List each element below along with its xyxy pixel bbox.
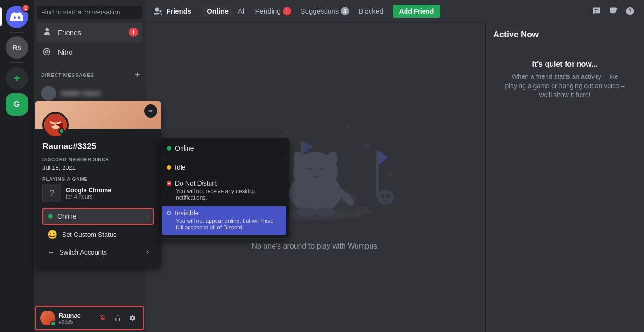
username: Raunac bbox=[59, 312, 92, 319]
svg-point-1 bbox=[46, 51, 48, 53]
active-now-quiet: It's quiet for now... When a friend star… bbox=[493, 51, 637, 109]
game-sub: for 4 hours bbox=[66, 194, 112, 200]
profile-banner: ✏ bbox=[35, 101, 161, 129]
svg-point-21 bbox=[364, 143, 370, 149]
playing-game-row: ? Google Chrome for 4 hours bbox=[42, 184, 154, 202]
svg-rect-30 bbox=[168, 183, 170, 184]
dm-sidebar: Friends 1 Nitro DIRECT MESSAGES + Hidden… bbox=[34, 0, 146, 332]
svg-point-19 bbox=[315, 208, 335, 217]
user-tag: #3325 bbox=[59, 319, 92, 325]
no-friends-text: No one's around to play with Wumpus. bbox=[252, 242, 379, 250]
invisible-status-dot bbox=[167, 211, 171, 215]
topbar: Friends Online All Pending 1 Suggestions… bbox=[146, 0, 644, 22]
tab-online[interactable]: Online bbox=[203, 5, 232, 17]
playing-label: PLAYING A GAME bbox=[42, 177, 154, 182]
topbar-icons bbox=[590, 5, 637, 18]
svg-point-22 bbox=[286, 130, 289, 134]
tab-blocked[interactable]: Blocked bbox=[355, 5, 387, 17]
friends-topbar-label: Friends bbox=[166, 7, 191, 15]
invisible-option-name: Invisible bbox=[175, 209, 199, 217]
idle-status-dot bbox=[167, 165, 171, 170]
status-online-item[interactable]: Online › bbox=[42, 208, 154, 225]
svg-point-18 bbox=[296, 208, 316, 217]
svg-point-4 bbox=[49, 115, 62, 123]
switch-accounts-icon: ↔ bbox=[47, 248, 55, 256]
profile-username: Raunac#3325 bbox=[42, 142, 154, 152]
sidebar-item-friends[interactable]: Friends 1 bbox=[37, 23, 142, 42]
add-dm-button[interactable]: + bbox=[133, 69, 142, 81]
svg-point-24 bbox=[388, 172, 392, 176]
dnd-desc: You will not receive any desktop notific… bbox=[167, 188, 281, 201]
svg-marker-8 bbox=[379, 151, 388, 165]
idle-option-name: Idle bbox=[175, 164, 186, 171]
status-divider bbox=[162, 158, 286, 158]
status-option-dnd[interactable]: Do Not Disturb You will not receive any … bbox=[162, 176, 286, 205]
server-divider bbox=[9, 32, 24, 33]
server-icon-home[interactable]: 1 bbox=[6, 6, 28, 28]
home-notification-badge: 1 bbox=[21, 4, 30, 12]
custom-status-item[interactable]: 😀 Set Custom Status bbox=[42, 226, 154, 243]
pending-badge: 1 bbox=[283, 7, 291, 15]
user-info: Raunac #3325 bbox=[59, 312, 92, 325]
active-now-title: Active Now bbox=[493, 30, 637, 40]
invisible-desc: You will not appear online, but will hav… bbox=[167, 218, 281, 231]
server-icon-rs[interactable]: Rs bbox=[6, 36, 28, 59]
online-dot bbox=[48, 214, 53, 219]
sidebar-item-nitro[interactable]: Nitro bbox=[37, 42, 142, 61]
status-dropdown: Online Idle Do Not Disturb You will not … bbox=[159, 138, 289, 239]
inbox-icon[interactable] bbox=[607, 5, 620, 18]
server-divider-2 bbox=[9, 62, 24, 63]
help-icon[interactable] bbox=[623, 5, 637, 18]
online-option-name: Online bbox=[175, 145, 194, 152]
dm-avatar-placeholder bbox=[41, 86, 56, 101]
switch-accounts-chevron: › bbox=[147, 249, 149, 256]
status-option-online[interactable]: Online bbox=[162, 141, 286, 156]
tab-suggestions[interactable]: Suggestions 3 bbox=[297, 5, 353, 17]
active-now-panel: Active Now It's quiet for now... When a … bbox=[485, 22, 644, 332]
profile-edit-button[interactable]: ✏ bbox=[144, 104, 157, 118]
svg-point-0 bbox=[43, 48, 49, 55]
mute-button[interactable] bbox=[96, 311, 109, 325]
svg-rect-7 bbox=[376, 151, 379, 197]
user-status-dot bbox=[50, 321, 56, 326]
profile-popup: ✏ Raunac#3325 DISCORD ME bbox=[35, 101, 161, 267]
status-option-invisible[interactable]: Invisible You will not appear online, bu… bbox=[162, 206, 286, 235]
online-status-dot bbox=[167, 146, 171, 151]
status-option-idle[interactable]: Idle bbox=[162, 160, 286, 175]
profile-body: Raunac#3325 DISCORD MEMBER SINCE Jul 18,… bbox=[35, 129, 161, 267]
new-group-dm-icon[interactable] bbox=[590, 5, 603, 18]
deafen-button[interactable] bbox=[111, 311, 124, 325]
user-panel: Raunac #3325 bbox=[35, 306, 144, 330]
quiet-desc: When a friend starts an activity – like … bbox=[503, 72, 627, 100]
tab-all[interactable]: All bbox=[234, 5, 250, 17]
friends-badge: 1 bbox=[129, 28, 138, 37]
settings-button[interactable] bbox=[126, 311, 139, 325]
tab-pending[interactable]: Pending 1 bbox=[252, 5, 295, 17]
dnd-option-name: Do Not Disturb bbox=[175, 180, 218, 187]
topbar-divider bbox=[197, 6, 197, 17]
nitro-icon bbox=[41, 46, 52, 57]
user-controls bbox=[96, 311, 139, 325]
profile-avatar-wrapper bbox=[42, 112, 69, 138]
user-avatar bbox=[40, 311, 55, 325]
friends-topbar-icon bbox=[153, 7, 162, 16]
switch-accounts-item[interactable]: ↔ Switch Accounts › bbox=[42, 244, 154, 260]
search-bar-container bbox=[34, 0, 146, 22]
game-name: Google Chrome bbox=[66, 187, 112, 194]
server-icon-green[interactable]: G bbox=[6, 93, 28, 116]
suggestions-badge: 3 bbox=[341, 7, 349, 15]
add-friend-button[interactable]: Add Friend bbox=[393, 5, 441, 18]
custom-status-icon: 😀 bbox=[47, 229, 57, 240]
custom-status-label: Set Custom Status bbox=[62, 231, 117, 238]
nitro-label: Nitro bbox=[58, 48, 138, 56]
chevron-right-icon: › bbox=[146, 213, 148, 220]
topbar-friends: Friends bbox=[153, 7, 191, 16]
dm-name-blurred: Hidden Name bbox=[61, 90, 101, 97]
dnd-status-dot bbox=[167, 181, 171, 186]
dm-section-header: DIRECT MESSAGES + bbox=[34, 62, 146, 83]
member-since-date: Jul 18, 2021 bbox=[42, 164, 154, 171]
online-label: Online bbox=[57, 213, 76, 220]
server-icon-add[interactable]: + bbox=[6, 67, 28, 90]
svg-marker-10 bbox=[304, 141, 313, 153]
search-input[interactable] bbox=[37, 6, 142, 19]
